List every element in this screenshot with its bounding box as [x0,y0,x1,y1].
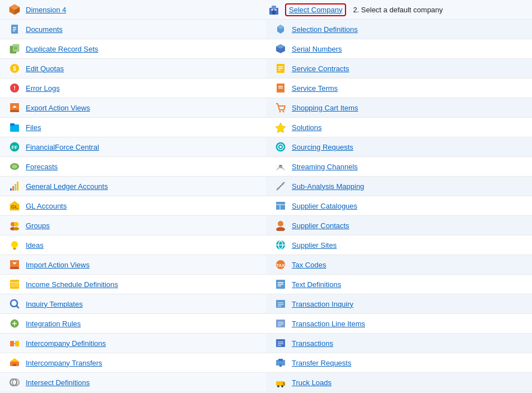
item-link-tax-codes[interactable]: Tax Codes [292,261,326,269]
svg-line-50 [17,306,19,308]
item-link-export-action-views[interactable]: Export Action Views [26,104,90,112]
item-icon-ideas [8,238,21,252]
item-icon-service-terms [274,81,287,95]
item-icon-gl-accounts: GL [8,199,21,212]
item-link-income-schedule-definitions[interactable]: Income Schedule Definitions [26,280,118,289]
svg-rect-42 [13,249,16,250]
svg-text:TAX: TAX [276,263,285,268]
list-item: Truck Loads [266,373,532,392]
item-link-supplier-contacts[interactable]: Supplier Contacts [292,221,349,230]
list-item: Intercompany Transfers [0,353,266,373]
item-link-transfer-requests[interactable]: Transfer Requests [292,359,351,367]
svg-rect-14 [13,44,19,52]
item-icon-duplicate-record-sets [8,42,21,56]
item-link-intercompany-transfers[interactable]: Intercompany Transfers [26,359,102,367]
item-link-inquiry-templates[interactable]: Inquiry Templates [26,300,83,308]
list-item: Text Definitions [266,275,532,294]
item-link-financialforce-central[interactable]: FinancialForce Central [26,143,99,151]
svg-point-83 [282,183,284,185]
item-link-transaction-line-items[interactable]: Transaction Line Items [292,320,365,328]
item-icon-intersect-definitions [8,376,21,389]
item-link-service-terms[interactable]: Service Terms [292,84,338,93]
list-item: Serial Numbers [266,39,532,59]
main-grid: Documents Duplicate Record Sets $ Edit Q… [0,20,532,393]
list-item: ! Error Logs [0,78,266,98]
list-item: FF FinancialForce Central [0,137,266,157]
item-link-transaction-inquiry[interactable]: Transaction Inquiry [292,300,353,308]
list-item: Documents [0,20,266,39]
item-icon-transaction-line-items [274,317,287,330]
select-company-link[interactable]: Select Company [289,6,342,14]
svg-marker-58 [10,358,19,362]
list-item: Sourcing Requests [266,137,532,157]
item-link-integration-rules[interactable]: Integration Rules [26,320,81,328]
svg-text:GL: GL [11,204,18,210]
item-icon-tax-codes: TAX [274,258,287,271]
svg-point-40 [11,241,18,248]
item-icon-error-logs: ! [8,81,21,95]
list-item: Supplier Catalogues [266,196,532,216]
item-icon-selection-definitions [274,22,287,36]
item-link-import-action-views[interactable]: Import Action Views [26,261,90,269]
left-column: Documents Duplicate Record Sets $ Edit Q… [0,20,266,393]
svg-text:$: $ [13,66,16,72]
item-link-ideas[interactable]: Ideas [26,241,44,249]
item-link-general-ledger-accounts[interactable]: General Ledger Accounts [26,182,108,191]
item-link-supplier-sites[interactable]: Supplier Sites [292,241,337,249]
item-link-sub-analysis-mapping[interactable]: Sub-Analysis Mapping [292,182,364,191]
item-link-solutions[interactable]: Solutions [292,123,321,132]
item-link-streaming-channels[interactable]: Streaming Channels [292,163,358,171]
item-link-duplicate-record-sets[interactable]: Duplicate Record Sets [26,45,98,53]
svg-marker-111 [279,364,282,367]
list-item: Import Action Views [0,255,266,275]
item-link-error-logs[interactable]: Error Logs [26,84,60,93]
svg-rect-7 [271,9,273,11]
item-link-text-definitions[interactable]: Text Definitions [292,280,341,289]
item-link-edit-quotas[interactable]: Edit Quotas [26,64,64,73]
item-link-gl-accounts[interactable]: GL Accounts [26,202,67,210]
list-item: Transactions [266,334,532,353]
svg-point-114 [277,385,279,387]
svg-rect-55 [15,341,19,346]
list-item: Duplicate Record Sets [0,39,266,59]
list-item: Solutions [266,118,532,137]
item-link-intercompany-definitions[interactable]: Intercompany Definitions [26,339,106,348]
list-item: Intersect Definitions [0,373,266,392]
item-link-transactions[interactable]: Transactions [292,339,333,348]
list-item: Groups [0,216,266,235]
item-icon-shopping-cart-items [274,101,287,114]
item-icon-export-action-views [8,101,21,114]
item-link-service-contracts[interactable]: Service Contracts [292,64,349,73]
list-item: Service Contracts [266,59,532,78]
svg-rect-33 [17,182,18,191]
item-link-groups[interactable]: Groups [26,221,50,230]
item-icon-transfer-requests [274,356,287,369]
svg-rect-54 [10,341,14,346]
item-link-serial-numbers[interactable]: Serial Numbers [292,45,342,53]
item-icon-financialforce-central: FF [8,140,21,154]
item-link-truck-loads[interactable]: Truck Loads [292,378,332,387]
svg-point-37 [14,222,18,226]
item-link-intersect-definitions[interactable]: Intersect Definitions [26,378,90,387]
item-link-selection-definitions[interactable]: Selection Definitions [292,25,358,34]
list-item: Supplier Contacts [266,216,532,235]
item-link-supplier-catalogues[interactable]: Supplier Catalogues [292,202,357,210]
svg-rect-59 [13,364,16,366]
svg-rect-97 [276,300,285,308]
dimension4-link[interactable]: Dimension 4 [26,6,66,14]
list-item: TAX Tax Codes [266,255,532,275]
item-link-shopping-cart-items[interactable]: Shopping Cart Items [292,104,358,112]
svg-point-82 [277,187,279,189]
item-icon-supplier-catalogues [274,199,287,212]
svg-rect-6 [272,10,276,15]
item-link-files[interactable]: Files [26,123,41,132]
select-company-icon [267,3,281,16]
list-item: GL GL Accounts [0,196,266,216]
item-link-documents[interactable]: Documents [26,25,63,34]
item-link-sourcing-requests[interactable]: Sourcing Requests [292,143,353,151]
item-link-forecasts[interactable]: Forecasts [26,163,58,171]
svg-point-75 [279,111,281,113]
dimension4-icon [8,3,21,16]
svg-marker-113 [283,381,285,386]
item-icon-intercompany-definitions [8,336,21,350]
